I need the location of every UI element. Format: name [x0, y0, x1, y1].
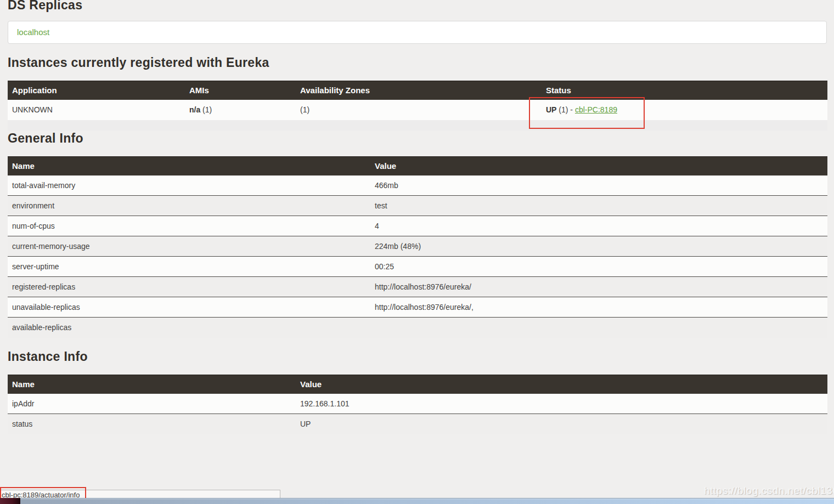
zones-cell: (1) — [296, 100, 542, 120]
col-value: Value — [296, 375, 827, 394]
info-value: http://localhost:8976/eureka/ — [370, 277, 827, 297]
taskbar-edge[interactable] — [0, 498, 834, 504]
application-cell: UNKNOWN — [8, 100, 185, 120]
taskbar-edge-maroon-patch — [0, 498, 20, 504]
instance-info-table: Name Value ipAddr 192.168.1.101 status U… — [8, 375, 827, 434]
info-name: total-avail-memory — [8, 175, 370, 196]
col-value: Value — [370, 157, 827, 175]
col-name: Name — [8, 157, 370, 175]
col-name: Name — [8, 375, 296, 394]
annotation-box-status — [529, 97, 645, 129]
col-amis: AMIs — [185, 81, 296, 100]
table-row: ipAddr 192.168.1.101 — [8, 394, 827, 414]
info-name: status — [8, 414, 296, 434]
info-name: server-uptime — [8, 257, 370, 277]
info-name: environment — [8, 196, 370, 216]
info-value: 192.168.1.101 — [296, 394, 827, 414]
instances-table-header-row: Application AMIs Availability Zones Stat… — [8, 81, 827, 100]
ds-replicas-panel: localhost — [8, 21, 827, 44]
amis-count: (1) — [200, 105, 212, 114]
replica-link-localhost[interactable]: localhost — [17, 21, 49, 43]
general-info-header-row: Name Value — [8, 157, 827, 175]
table-row: status UP — [8, 414, 827, 434]
table-row: available-replicas — [8, 318, 827, 338]
table-row: environment test — [8, 196, 827, 216]
table-row: current-memory-usage 224mb (48%) — [8, 236, 827, 257]
info-value: 224mb (48%) — [370, 236, 827, 257]
info-value: 00:25 — [370, 257, 827, 277]
table-row: server-uptime 00:25 — [8, 257, 827, 277]
info-value: 466mb — [370, 175, 827, 196]
info-name: current-memory-usage — [8, 236, 370, 257]
watermark-text: https://blog.csdn.net/cbl1369732 — [704, 485, 834, 497]
instances-section-title: Instances currently registered with Eure… — [8, 55, 269, 70]
instances-table: Application AMIs Availability Zones Stat… — [8, 81, 827, 131]
table-row: total-avail-memory 466mb — [8, 175, 827, 196]
info-value — [370, 318, 827, 338]
info-name: registered-replicas — [8, 277, 370, 297]
annotation-box-tooltip — [0, 487, 86, 499]
info-value: test — [370, 196, 827, 216]
instance-info-section-title: Instance Info — [8, 349, 88, 364]
page-title: DS Replicas — [8, 0, 82, 13]
info-name: num-of-cpus — [8, 216, 370, 236]
col-availability-zones: Availability Zones — [296, 81, 542, 100]
table-row: unavailable-replicas http://localhost:89… — [8, 297, 827, 318]
instances-table-footer-strip — [8, 120, 827, 131]
instance-info-header-row: Name Value — [8, 375, 827, 394]
general-info-table: Name Value total-avail-memory 466mb envi… — [8, 156, 827, 338]
col-application: Application — [8, 81, 185, 100]
general-info-section-title: General Info — [8, 131, 83, 146]
instance-row: UNKNOWN n/a (1) (1) UP (1) - cbl-PC:8189 — [8, 100, 827, 120]
amis-label: n/a — [189, 105, 200, 114]
info-name: available-replicas — [8, 318, 370, 338]
amis-cell: n/a (1) — [185, 100, 296, 120]
table-row: num-of-cpus 4 — [8, 216, 827, 236]
info-value: http://localhost:8976/eureka/, — [370, 297, 827, 318]
table-row: registered-replicas http://localhost:897… — [8, 277, 827, 297]
info-name: unavailable-replicas — [8, 297, 370, 318]
info-name: ipAddr — [8, 394, 296, 414]
info-value: 4 — [370, 216, 827, 236]
info-value: UP — [296, 414, 827, 434]
